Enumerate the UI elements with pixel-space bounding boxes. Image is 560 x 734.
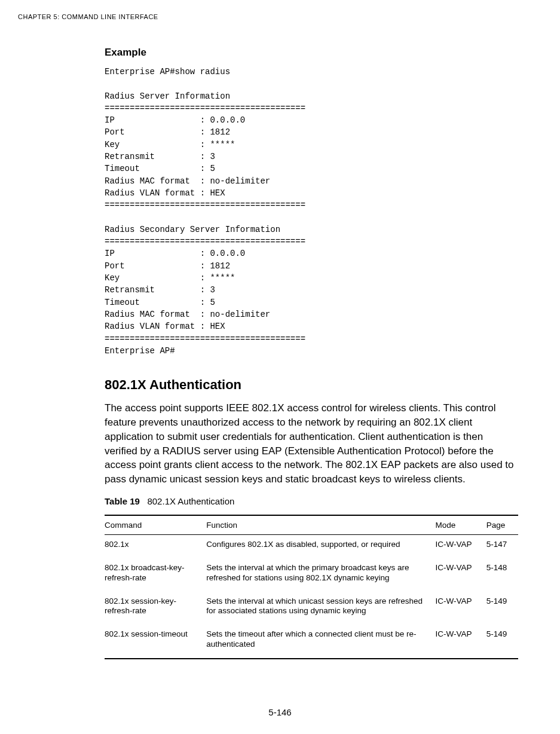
- cell-page: 5-149: [486, 625, 518, 659]
- table-header-row: Command Function Mode Page: [105, 515, 518, 535]
- page-number: 5-146: [0, 707, 560, 717]
- table-row: 802.1x broadcast-key-refresh-rate Sets t…: [105, 558, 518, 592]
- cell-function: Sets the interval at which unicast sessi…: [206, 592, 435, 625]
- command-table: Command Function Mode Page 802.1x Config…: [105, 515, 518, 659]
- cell-page: 5-149: [486, 592, 518, 625]
- section-heading: 802.1X Authentication: [105, 377, 518, 393]
- table-caption-title: 802.1X Authentication: [147, 496, 234, 506]
- th-command: Command: [105, 515, 206, 535]
- running-header: CHAPTER 5: COMMAND LINE INTERFACE: [18, 13, 524, 20]
- cell-command: 802.1x session-key-refresh-rate: [105, 592, 206, 625]
- cell-mode: IC-W-VAP: [436, 534, 486, 558]
- cell-command: 802.1x broadcast-key-refresh-rate: [105, 558, 206, 592]
- cell-command: 802.1x session-timeout: [105, 625, 206, 659]
- table-row: 802.1x session-key-refresh-rate Sets the…: [105, 592, 518, 625]
- table-caption: Table 19 802.1X Authentication: [105, 496, 518, 506]
- cell-mode: IC-W-VAP: [436, 592, 486, 625]
- cell-function: Sets the timeout after which a connected…: [206, 625, 435, 659]
- cell-mode: IC-W-VAP: [436, 558, 486, 592]
- table-row: 802.1x Configures 802.1X as disabled, su…: [105, 534, 518, 558]
- page-content: Example Enterprise AP#show radius Radius…: [105, 47, 518, 659]
- cell-function: Configures 802.1X as disabled, supported…: [206, 534, 435, 558]
- th-mode: Mode: [436, 515, 486, 535]
- table-row: 802.1x session-timeout Sets the timeout …: [105, 625, 518, 659]
- cell-command: 802.1x: [105, 534, 206, 558]
- th-page: Page: [486, 515, 518, 535]
- cell-page: 5-147: [486, 534, 518, 558]
- cli-output-block: Enterprise AP#show radius Radius Server …: [105, 66, 518, 357]
- body-paragraph: The access point supports IEEE 802.1X ac…: [105, 401, 518, 487]
- cell-mode: IC-W-VAP: [436, 625, 486, 659]
- cell-page: 5-148: [486, 558, 518, 592]
- cell-function: Sets the interval at which the primary b…: [206, 558, 435, 592]
- table-caption-label: Table 19: [105, 496, 140, 506]
- th-function: Function: [206, 515, 435, 535]
- example-heading: Example: [105, 47, 518, 59]
